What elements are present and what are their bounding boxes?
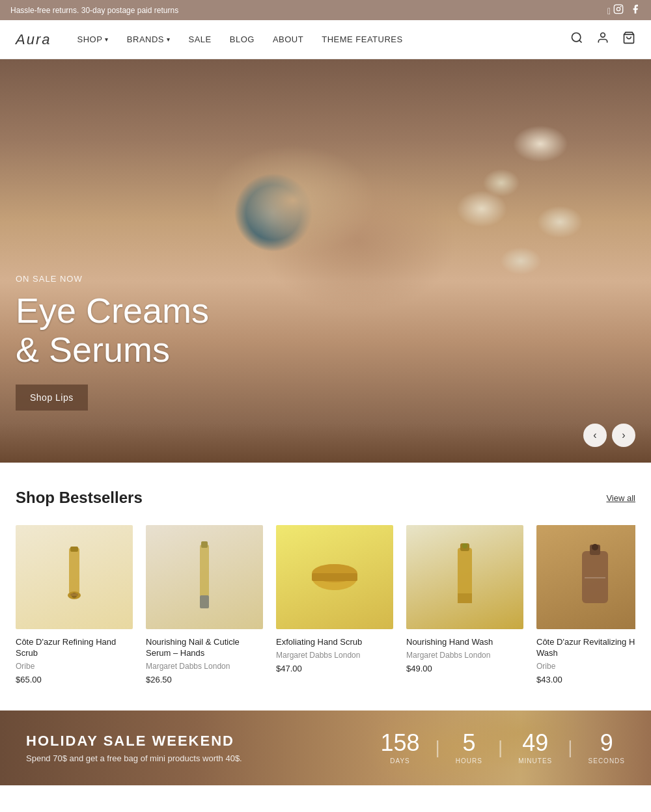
svg-point-21 xyxy=(462,543,467,548)
nav-about[interactable]: ABOUT xyxy=(273,34,303,44)
hero-content: ON SALE NOW Eye Creams& Serums Shop Lips xyxy=(16,274,209,411)
product-image-3 xyxy=(406,525,523,629)
countdown-minutes-value: 49 xyxy=(518,731,552,755)
svg-rect-20 xyxy=(458,593,472,603)
shop-chevron-icon: ▾ xyxy=(105,36,109,43)
nav-brands[interactable]: BRANDS ▾ xyxy=(127,34,171,44)
countdown-seconds-label: SECONDS xyxy=(589,757,625,765)
hero-section: ON SALE NOW Eye Creams& Serums Shop Lips… xyxy=(0,59,651,463)
product-name-4: Côte D'azur Revitalizing Hand Wash xyxy=(536,637,635,659)
countdown-hours: 5 HOURS xyxy=(456,731,482,765)
svg-point-2 xyxy=(620,6,622,7)
facebook-icon[interactable] xyxy=(630,4,641,16)
search-icon[interactable] xyxy=(570,31,583,47)
product-brand-3: Margaret Dabbs London xyxy=(406,651,523,660)
svg-point-24 xyxy=(592,544,598,550)
countdown-divider-2: | xyxy=(498,737,503,758)
account-icon[interactable] xyxy=(596,31,609,47)
countdown-seconds-value: 9 xyxy=(589,731,625,755)
hero-flowers-decoration xyxy=(404,92,599,352)
svg-rect-12 xyxy=(200,545,209,597)
nav-sale[interactable]: SALE xyxy=(189,34,212,44)
svg-rect-8 xyxy=(70,547,78,552)
product-price-3: $49.00 xyxy=(406,664,523,673)
countdown-seconds: 9 SECONDS xyxy=(589,731,625,765)
svg-point-1 xyxy=(616,7,620,10)
brands-chevron-icon: ▾ xyxy=(167,36,171,43)
bestsellers-header: Shop Bestsellers View all xyxy=(16,489,635,507)
shop-lips-button[interactable]: Shop Lips xyxy=(16,385,88,411)
countdown-divider-1: | xyxy=(436,737,440,758)
instagram-icon[interactable]:  xyxy=(607,4,624,16)
countdown-hours-label: HOURS xyxy=(456,757,482,765)
bestsellers-section: Shop Bestsellers View all Côte D'azur Re… xyxy=(0,463,651,710)
navbar: Aura SHOP ▾ BRANDS ▾ SALE BLOG ABOUT THE… xyxy=(0,20,651,59)
nav-action-icons xyxy=(570,31,635,47)
banner-text: Hassle-free returns. 30-day postage paid… xyxy=(10,6,178,15)
hero-subtitle: ON SALE NOW xyxy=(16,274,209,284)
product-image-2 xyxy=(276,525,393,629)
cart-icon[interactable] xyxy=(622,31,635,47)
nav-blog[interactable]: BLOG xyxy=(230,34,255,44)
svg-rect-14 xyxy=(200,595,209,608)
nav-shop[interactable]: SHOP ▾ xyxy=(77,34,108,44)
sale-text: HOLIDAY SALE WEEKEND Spend 70$ and get a… xyxy=(26,733,242,763)
product-card-1[interactable]: Nourishing Nail & Cuticle Serum – Hands … xyxy=(146,525,263,684)
sale-title: HOLIDAY SALE WEEKEND xyxy=(26,733,242,750)
svg-rect-13 xyxy=(201,541,208,548)
product-card-4[interactable]: Côte D'azur Revitalizing Hand Wash Oribe… xyxy=(536,525,635,684)
nav-theme-features[interactable]: THEME FEATURES xyxy=(322,34,403,44)
svg-rect-0 xyxy=(614,5,622,13)
hero-title: Eye Creams& Serums xyxy=(16,291,209,369)
product-price-4: $43.00 xyxy=(536,675,635,684)
carousel-next-button[interactable]: › xyxy=(612,424,635,447)
product-image-0 xyxy=(16,525,133,629)
product-name-2: Exfoliating Hand Scrub xyxy=(276,637,393,648)
product-brand-0: Oribe xyxy=(16,662,133,671)
product-name-3: Nourishing Hand Wash xyxy=(406,637,523,648)
countdown-divider-3: | xyxy=(568,737,572,758)
sale-banner: HOLIDAY SALE WEEKEND Spend 70$ and get a… xyxy=(0,710,651,785)
svg-rect-25 xyxy=(585,577,605,578)
countdown: 158 DAYS | 5 HOURS | 49 MINUTES | 9 SECO… xyxy=(381,731,626,765)
products-grid: Côte D'azur Refining Hand Scrub Oribe $6… xyxy=(16,525,635,684)
product-image-4 xyxy=(536,525,635,629)
svg-rect-7 xyxy=(69,548,79,593)
product-brand-4: Oribe xyxy=(536,662,635,671)
sale-subtitle: Spend 70$ and get a free bag of mini pro… xyxy=(26,753,242,763)
top-banner: Hassle-free returns. 30-day postage paid… xyxy=(0,0,651,20)
product-price-0: $65.00 xyxy=(16,675,133,684)
product-card-3[interactable]: Nourishing Hand Wash Margaret Dabbs Lond… xyxy=(406,525,523,684)
product-name-0: Côte D'azur Refining Hand Scrub xyxy=(16,637,133,659)
countdown-days-label: DAYS xyxy=(381,757,420,765)
nav-links: SHOP ▾ BRANDS ▾ SALE BLOG ABOUT THEME FE… xyxy=(77,34,570,44)
product-price-1: $26.50 xyxy=(146,675,263,684)
svg-rect-18 xyxy=(458,548,472,597)
social-icons:  xyxy=(607,4,641,16)
bestsellers-title: Shop Bestsellers xyxy=(16,489,143,507)
product-price-2: $47.00 xyxy=(276,664,393,673)
countdown-days: 158 DAYS xyxy=(381,731,420,765)
product-image-1 xyxy=(146,525,263,629)
product-brand-2: Margaret Dabbs London xyxy=(276,651,393,660)
shop-the-look-section: Shop the look + xyxy=(0,785,651,812)
product-card-0[interactable]: Côte D'azur Refining Hand Scrub Oribe $6… xyxy=(16,525,133,684)
svg-rect-11 xyxy=(70,593,78,596)
svg-rect-17 xyxy=(312,573,357,581)
svg-line-4 xyxy=(579,40,582,43)
carousel-prev-button[interactable]: ‹ xyxy=(583,424,607,447)
logo[interactable]: Aura xyxy=(16,31,51,48)
countdown-minutes: 49 MINUTES xyxy=(518,731,552,765)
view-all-link[interactable]: View all xyxy=(606,493,635,503)
product-name-1: Nourishing Nail & Cuticle Serum – Hands xyxy=(146,637,263,659)
countdown-days-value: 158 xyxy=(381,731,420,755)
svg-point-5 xyxy=(601,33,605,38)
svg-point-3 xyxy=(572,33,581,42)
countdown-minutes-label: MINUTES xyxy=(518,757,552,765)
product-brand-1: Margaret Dabbs London xyxy=(146,662,263,671)
product-card-2[interactable]: Exfoliating Hand Scrub Margaret Dabbs Lo… xyxy=(276,525,393,684)
countdown-hours-value: 5 xyxy=(456,731,482,755)
carousel-controls: ‹ › xyxy=(583,424,635,447)
